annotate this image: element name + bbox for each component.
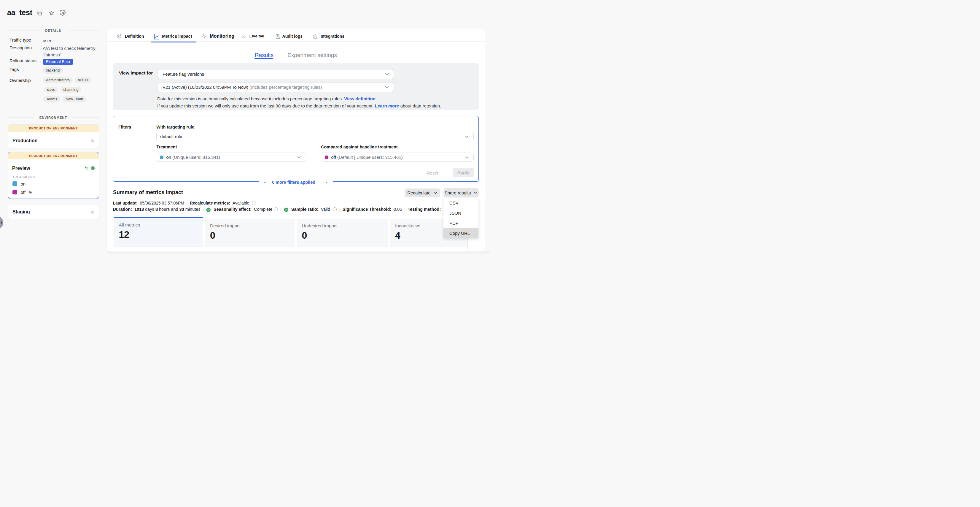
svg-text:?: ?	[275, 208, 277, 211]
svg-text:?: ?	[334, 208, 335, 211]
